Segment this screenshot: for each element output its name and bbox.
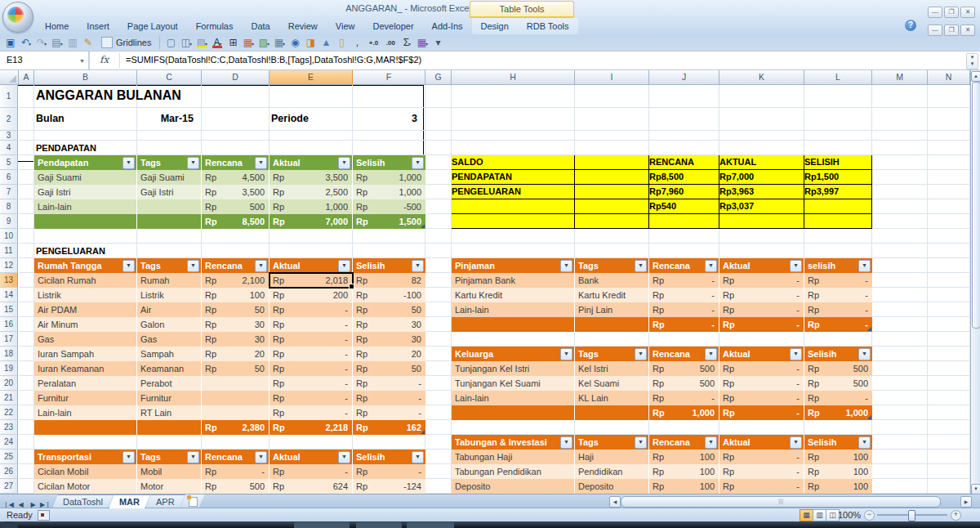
filter-dropdown-icon[interactable]: ▼: [338, 451, 350, 463]
filter-dropdown-icon[interactable]: ▼: [338, 157, 350, 169]
grid-cell-N20[interactable]: [928, 376, 970, 391]
cell-E7[interactable]: Rp2,500: [270, 185, 353, 199]
cell-K26[interactable]: Rp-: [719, 464, 804, 479]
minimize-icon[interactable]: —: [928, 7, 942, 18]
ribbon-tab-page-layout[interactable]: Page Layout: [118, 18, 187, 34]
format-painter-icon[interactable]: ✎: [81, 36, 96, 50]
row-header-24[interactable]: 24: [0, 435, 18, 450]
column-header-G[interactable]: G: [425, 70, 452, 85]
cell-L7[interactable]: Rp3,997: [804, 185, 872, 199]
cell-C13[interactable]: Rumah: [137, 273, 202, 288]
cell-C12[interactable]: Tags▼: [137, 258, 202, 273]
cell-D13[interactable]: Rp2,100: [202, 273, 270, 288]
zoom-in-icon[interactable]: +: [951, 510, 961, 521]
cell-K18[interactable]: Aktual▼: [719, 347, 804, 361]
draw-table-icon[interactable]: ▦▾: [415, 36, 430, 50]
filter-dropdown-icon[interactable]: ▼: [412, 451, 424, 463]
horizontal-scroll-thumb[interactable]: [621, 496, 941, 508]
cell-H15[interactable]: Lain-lain: [452, 302, 575, 317]
row-header-16[interactable]: 16: [0, 317, 18, 332]
cell-L13[interactable]: Rp-: [804, 273, 872, 288]
grid-cell-H10[interactable]: [452, 229, 575, 244]
grid-cell-A11[interactable]: [19, 244, 34, 258]
grid-cell-M4[interactable]: [872, 141, 928, 155]
grid-cell-K11[interactable]: [719, 244, 804, 258]
grid-cell-A14[interactable]: [19, 288, 34, 302]
cell-I19[interactable]: Kel Istri: [575, 361, 649, 376]
cell-J16[interactable]: Rp-: [649, 317, 719, 332]
cell-L20[interactable]: Rp500: [804, 376, 872, 391]
grid-cell-N22[interactable]: [928, 405, 970, 420]
grid-cell-G7[interactable]: [425, 185, 452, 199]
cell-E20[interactable]: Rp-: [270, 376, 353, 391]
cell-H24[interactable]: Tabungan & Investasi▼: [452, 435, 575, 450]
grid-cell-J11[interactable]: [649, 244, 719, 258]
document-icon[interactable]: ▯: [334, 36, 349, 50]
grid-cell-A7[interactable]: [19, 185, 34, 199]
grid-cell-N14[interactable]: [928, 288, 970, 302]
grid-cell-M12[interactable]: [872, 258, 928, 273]
cell-E15[interactable]: Rp-: [270, 302, 353, 317]
grid-cell-A10[interactable]: [19, 229, 34, 244]
grid-cell-D3[interactable]: [202, 131, 270, 141]
cell-J6[interactable]: Rp8,500: [649, 170, 719, 185]
grid-cell-H3[interactable]: [452, 131, 575, 141]
cell-H16[interactable]: [452, 317, 575, 332]
grid-cell-M21[interactable]: [872, 391, 928, 405]
grid-cell-F24[interactable]: [353, 435, 425, 450]
gridlines-toggle[interactable]: Gridlines: [101, 37, 151, 48]
vertical-scrollbar[interactable]: [970, 70, 980, 494]
filter-dropdown-icon[interactable]: ▼: [412, 157, 424, 169]
start-button[interactable]: [0, 521, 18, 528]
column-header-E[interactable]: E: [270, 70, 353, 85]
grid-cell-I23[interactable]: [575, 420, 649, 435]
cell-F23[interactable]: Rp162: [353, 420, 425, 435]
cell-J27[interactable]: Rp100: [649, 479, 719, 494]
grid-cell-D2[interactable]: [202, 108, 270, 131]
grid-cell-A18[interactable]: [19, 347, 34, 361]
grid-cell-F11[interactable]: [353, 244, 425, 258]
fill-color-icon[interactable]: ▨▾: [194, 36, 209, 50]
grid-cell-I11[interactable]: [575, 244, 649, 258]
cell-F6[interactable]: Rp1,000: [353, 170, 425, 185]
filter-dropdown-icon[interactable]: ▼: [858, 348, 871, 360]
filter-dropdown-icon[interactable]: ▼: [560, 348, 572, 360]
row-header-14[interactable]: 14: [0, 288, 18, 302]
scroll-up-icon[interactable]: ▲: [971, 71, 980, 82]
cell-B19[interactable]: Iuran Keamanan: [34, 361, 137, 376]
cell-C26[interactable]: Mobil: [137, 464, 202, 479]
cell-F15[interactable]: Rp50: [353, 302, 425, 317]
cell-C20[interactable]: Perabot: [137, 376, 202, 391]
row-header-21[interactable]: 21: [0, 391, 18, 405]
autosum-icon[interactable]: Σ▾: [399, 36, 414, 50]
cell-F17[interactable]: Rp30: [353, 332, 425, 347]
cell-C14[interactable]: Listrik: [137, 288, 202, 302]
grid-cell-L10[interactable]: [804, 229, 872, 244]
cell-C16[interactable]: Galon: [137, 317, 202, 332]
grid-cell-M11[interactable]: [872, 244, 928, 258]
grid-cell-G14[interactable]: [425, 288, 452, 302]
cell-B14[interactable]: Listrik: [34, 288, 137, 302]
cell-B12[interactable]: Rumah Tangga▼: [34, 258, 137, 273]
grid-cell-G23[interactable]: [425, 420, 452, 435]
grid-cell-K17[interactable]: [719, 332, 804, 347]
grid-cell-N17[interactable]: [928, 332, 970, 347]
grid-cell-N6[interactable]: [928, 170, 970, 185]
cell-I6[interactable]: [575, 170, 649, 185]
cell-J20[interactable]: Rp500: [649, 376, 719, 391]
cell-B8[interactable]: Lain-lain: [34, 199, 137, 214]
grid-cell-G21[interactable]: [425, 391, 452, 405]
grid-cell-D4[interactable]: [202, 141, 270, 155]
grid-cell-M19[interactable]: [872, 361, 928, 376]
cell-I7[interactable]: [575, 185, 649, 199]
table-resize-handle[interactable]: [867, 327, 871, 331]
grid-cell-M14[interactable]: [872, 288, 928, 302]
name-box[interactable]: E13 ▼: [0, 51, 90, 69]
grid-cell-H23[interactable]: [452, 420, 575, 435]
row-header-7[interactable]: 7: [0, 185, 18, 199]
row-header-18[interactable]: 18: [0, 347, 18, 361]
cell-F8[interactable]: Rp-500: [353, 199, 425, 214]
grid-cell-L23[interactable]: [804, 420, 872, 435]
grid-cell-K10[interactable]: [719, 229, 804, 244]
cell-D17[interactable]: Rp30: [202, 332, 270, 347]
